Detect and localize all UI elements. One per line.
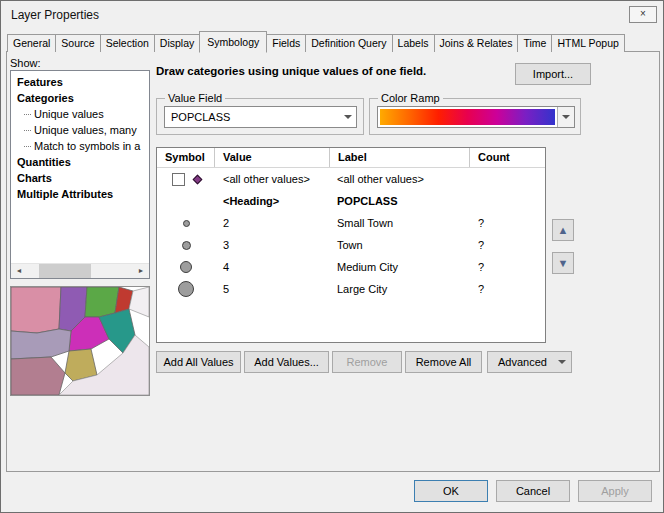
- symbol-cell[interactable]: [157, 281, 215, 297]
- table-row[interactable]: 5 Large City ?: [157, 278, 545, 300]
- page-heading: Draw categories using unique values of o…: [156, 65, 426, 77]
- close-icon: ×: [640, 8, 646, 19]
- header-count[interactable]: Count: [470, 148, 545, 167]
- diamond-symbol-icon: [192, 174, 202, 184]
- down-arrow-icon: ▼: [558, 257, 569, 269]
- header-symbol[interactable]: Symbol: [157, 148, 215, 167]
- advanced-button[interactable]: Advanced: [487, 351, 572, 373]
- color-ramp-gradient: [380, 109, 555, 125]
- table-row[interactable]: 4 Medium City ?: [157, 256, 545, 278]
- tree-item-multiple-attributes[interactable]: Multiple Attributes: [11, 186, 149, 202]
- symbology-preview-map: [10, 286, 150, 396]
- tab-html-popup[interactable]: HTML Popup: [551, 34, 624, 52]
- value-field-group: Value Field POPCLASS: [156, 98, 364, 135]
- color-ramp-combobox[interactable]: [377, 106, 575, 128]
- table-row[interactable]: 3 Town ?: [157, 234, 545, 256]
- tree-connector-icon: [24, 130, 31, 131]
- up-arrow-icon: ▲: [558, 224, 569, 236]
- tree-item-features[interactable]: Features: [11, 74, 149, 90]
- close-button[interactable]: ×: [629, 6, 657, 23]
- value-cell: 5: [215, 283, 330, 295]
- value-cell: <all other values>: [215, 173, 330, 185]
- add-all-values-button[interactable]: Add All Values: [156, 351, 241, 373]
- table-header: Symbol Value Label Count: [157, 148, 545, 168]
- value-cell: <Heading>: [215, 195, 330, 207]
- tree-item-charts[interactable]: Charts: [11, 170, 149, 186]
- header-label[interactable]: Label: [330, 148, 470, 167]
- tree-item-categories[interactable]: Categories: [11, 90, 149, 106]
- tab-display[interactable]: Display: [154, 34, 200, 52]
- value-field-label: Value Field: [165, 92, 225, 104]
- tab-joins-relates[interactable]: Joins & Relates: [434, 34, 519, 52]
- label-cell: Town: [330, 239, 470, 251]
- titlebar[interactable]: Layer Properties ×: [1, 1, 663, 29]
- header-value[interactable]: Value: [215, 148, 330, 167]
- cancel-button[interactable]: Cancel: [496, 480, 570, 502]
- scroll-left-icon[interactable]: ◄: [11, 264, 27, 278]
- count-cell: ?: [470, 261, 545, 273]
- horizontal-scrollbar[interactable]: ◄ ►: [11, 263, 149, 278]
- map-image: [11, 287, 149, 395]
- tree-item-unique-values-many[interactable]: Unique values, many: [11, 122, 149, 138]
- label-cell: <all other values>: [330, 173, 470, 185]
- symbol-cell[interactable]: [157, 241, 215, 250]
- show-tree: Features Categories Unique values Unique…: [11, 71, 149, 202]
- tree-connector-icon: [24, 146, 31, 147]
- window-title: Layer Properties: [11, 8, 99, 22]
- tree-item-unique-values[interactable]: Unique values: [11, 106, 149, 122]
- import-button[interactable]: Import...: [515, 63, 591, 85]
- tree-connector-icon: [24, 114, 31, 115]
- tree-item-quantities[interactable]: Quantities: [11, 154, 149, 170]
- show-label: Show:: [10, 57, 41, 69]
- remove-all-button[interactable]: Remove All: [405, 351, 482, 373]
- unique-values-table: Symbol Value Label Count <all other valu…: [156, 147, 546, 343]
- tab-fields[interactable]: Fields: [266, 34, 306, 52]
- tab-symbology[interactable]: Symbology: [199, 31, 267, 53]
- color-ramp-label: Color Ramp: [378, 92, 443, 104]
- value-cell: 3: [215, 239, 330, 251]
- tab-labels[interactable]: Labels: [392, 34, 435, 52]
- table-row[interactable]: <all other values> <all other values>: [157, 168, 545, 190]
- tree-item-label: Unique values: [34, 106, 104, 122]
- ok-button[interactable]: OK: [414, 480, 488, 502]
- add-values-button[interactable]: Add Values...: [244, 351, 329, 373]
- value-cell: 2: [215, 217, 330, 229]
- tab-time[interactable]: Time: [517, 34, 552, 52]
- label-cell: POPCLASS: [330, 195, 470, 207]
- symbol-cell[interactable]: [157, 261, 215, 273]
- table-row[interactable]: 2 Small Town ?: [157, 212, 545, 234]
- move-down-button[interactable]: ▼: [552, 252, 574, 274]
- symbol-cell[interactable]: [157, 220, 215, 227]
- label-cell: Small Town: [330, 217, 470, 229]
- circle-symbol-icon: [183, 220, 190, 227]
- advanced-dropdown-icon: [558, 360, 566, 380]
- tab-selection[interactable]: Selection: [100, 34, 155, 52]
- layer-properties-dialog: Layer Properties × General Source Select…: [0, 0, 664, 513]
- table-row[interactable]: <Heading> POPCLASS: [157, 190, 545, 212]
- scrollbar-thumb[interactable]: [39, 264, 91, 278]
- tab-general[interactable]: General: [7, 34, 56, 52]
- label-cell: Medium City: [330, 261, 470, 273]
- circle-symbol-icon: [180, 261, 192, 273]
- value-cell: 4: [215, 261, 330, 273]
- count-cell: ?: [470, 217, 545, 229]
- combo-arrow-icon[interactable]: [339, 107, 356, 127]
- advanced-button-label: Advanced: [498, 356, 547, 368]
- show-tree-listbox: Features Categories Unique values Unique…: [10, 70, 150, 279]
- scroll-right-icon[interactable]: ►: [133, 264, 149, 278]
- tree-item-match-symbols[interactable]: Match to symbols in a: [11, 138, 149, 154]
- move-up-button[interactable]: ▲: [552, 219, 574, 241]
- tab-source[interactable]: Source: [55, 34, 100, 52]
- tab-definition-query[interactable]: Definition Query: [305, 34, 392, 52]
- apply-button[interactable]: Apply: [578, 480, 652, 502]
- all-other-values-checkbox[interactable]: [172, 173, 185, 186]
- circle-symbol-icon: [178, 281, 194, 297]
- value-field-combobox[interactable]: POPCLASS: [164, 106, 357, 128]
- label-cell: Large City: [330, 283, 470, 295]
- combo-arrow-icon[interactable]: [557, 107, 574, 127]
- symbol-cell[interactable]: [157, 173, 215, 186]
- tree-item-label: Unique values, many: [34, 122, 137, 138]
- remove-button[interactable]: Remove: [332, 351, 402, 373]
- value-field-selected: POPCLASS: [171, 107, 230, 127]
- color-ramp-group: Color Ramp: [369, 98, 581, 135]
